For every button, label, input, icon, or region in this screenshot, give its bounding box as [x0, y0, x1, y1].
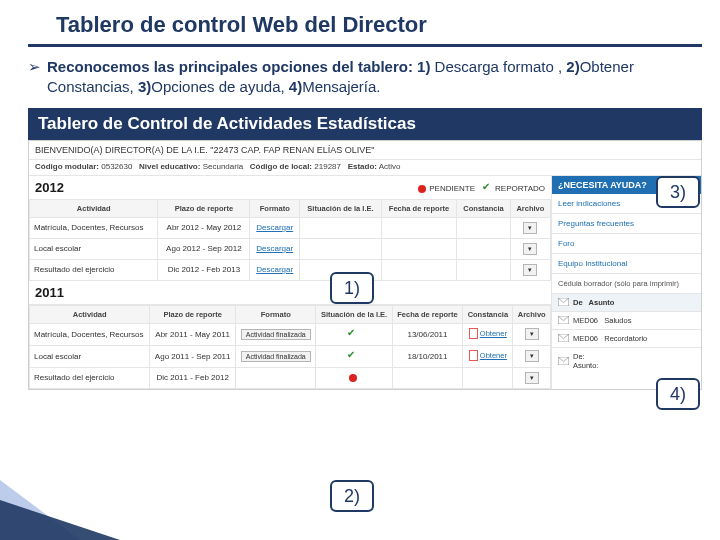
- help-item[interactable]: Equipo Institucional: [552, 254, 701, 274]
- download-link[interactable]: Descargar: [256, 265, 293, 274]
- table-row: Matrícula, Docentes, Recursos Abr 2011 -…: [30, 323, 551, 345]
- b1t: Descarga formato ,: [430, 58, 566, 75]
- panel-title: Tablero de Control de Actividades Estadí…: [28, 108, 702, 140]
- table-row: Resultado del ejercicio Dic 2012 - Feb 2…: [30, 259, 551, 280]
- msg-hdr-as: Asunto: [589, 298, 615, 307]
- meta-cod-val: 0532630: [101, 162, 132, 171]
- msg-as: Saludos: [604, 316, 631, 325]
- th-fecha: Fecha de reporte: [392, 305, 463, 323]
- th-plazo: Plazo de reporte: [158, 199, 250, 217]
- th-actividad: Actividad: [30, 305, 150, 323]
- callout-3: 3): [656, 176, 700, 208]
- archive-icon[interactable]: ▾: [523, 264, 537, 276]
- msg-de: MED06: [573, 334, 598, 343]
- cell-plazo: Ago 2011 - Sep 2011: [150, 345, 236, 367]
- meta-niv-lbl: Nivel educativo:: [139, 162, 200, 171]
- left-column: 2012 PENDIENTE REPORTADO Actividad Plazo…: [29, 176, 551, 389]
- table-row: Matrícula, Docentes, Recursos Abr 2012 -…: [30, 217, 551, 238]
- th-constancia: Constancia: [457, 199, 511, 217]
- constancia-text: Obtener: [480, 329, 507, 338]
- constancia-link[interactable]: Obtener: [469, 328, 507, 339]
- table-row: Resultado del ejercicio Dic 2011 - Feb 2…: [30, 367, 551, 388]
- archive-icon[interactable]: ▾: [523, 222, 537, 234]
- envelope-icon: [558, 298, 569, 306]
- download-link[interactable]: Descargar: [256, 244, 293, 253]
- envelope-icon: [558, 334, 569, 342]
- b3t: Opciones de ayuda,: [151, 78, 289, 95]
- cell-plazo: Dic 2012 - Feb 2013: [158, 259, 250, 280]
- cell-act: Matrícula, Docentes, Recursos: [30, 323, 150, 345]
- year-2012: 2012: [29, 176, 70, 199]
- b4n: 4): [289, 78, 302, 95]
- th-constancia: Constancia: [463, 305, 513, 323]
- compose-row[interactable]: De:Asunto:: [552, 347, 701, 374]
- envelope-icon: [558, 357, 569, 365]
- b4t: Mensajería.: [302, 78, 380, 95]
- meta-est-val: Activo: [379, 162, 401, 171]
- arrow-icon: ➢: [28, 57, 41, 77]
- messages-header: De Asunto: [552, 293, 701, 311]
- decor-triangle-icon: [0, 500, 120, 540]
- bullet-lead: Reconocemos las principales opciones del…: [47, 58, 417, 75]
- year-2011: 2011: [29, 281, 551, 305]
- table-2012: Actividad Plazo de reporte Formato Situa…: [29, 199, 551, 281]
- constancia-link[interactable]: Obtener: [469, 350, 507, 361]
- svg-rect-1: [470, 329, 478, 338]
- th-formato: Formato: [250, 199, 300, 217]
- message-row[interactable]: MED06 Saludos: [552, 311, 701, 329]
- cell-fecha: 18/10/2011: [392, 345, 463, 367]
- archive-icon[interactable]: ▾: [523, 243, 537, 255]
- callout-2: 2): [330, 480, 374, 512]
- help-item[interactable]: Foro: [552, 234, 701, 254]
- compose-de: De:: [573, 352, 585, 361]
- th-archivo: Archivo: [510, 199, 550, 217]
- svg-rect-3: [470, 351, 478, 360]
- msg-hdr-de: De: [573, 298, 583, 307]
- cell-plazo: Abr 2012 - May 2012: [158, 217, 250, 238]
- cell-act: Local escolar: [30, 238, 158, 259]
- welcome-text: BIENVENIDO(A) DIRECTOR(A) DE LA I.E. "22…: [29, 141, 701, 160]
- status-finished: Actividad finalizada: [241, 329, 311, 340]
- cell-plazo: Ago 2012 - Sep 2012: [158, 238, 250, 259]
- download-link[interactable]: Descargar: [256, 223, 293, 232]
- cell-act: Resultado del ejercicio: [30, 367, 150, 388]
- legend-rep: REPORTADO: [495, 184, 545, 193]
- bullet-line: ➢ Reconocemos las principales opciones d…: [0, 47, 720, 98]
- callout-1: 1): [330, 272, 374, 304]
- meta-row: Código modular: 0532630 Nivel educativo:…: [29, 160, 701, 176]
- callout-4: 4): [656, 378, 700, 410]
- pending-dot-icon: [349, 374, 357, 382]
- b2n: 2): [566, 58, 579, 75]
- archive-icon[interactable]: ▾: [525, 350, 539, 362]
- th-fecha: Fecha de reporte: [381, 199, 456, 217]
- message-row[interactable]: MED06 Recordatorio: [552, 329, 701, 347]
- meta-cod-lbl: Código modular:: [35, 162, 99, 171]
- cell-act: Matrícula, Docentes, Recursos: [30, 217, 158, 238]
- help-item[interactable]: Preguntas frecuentes: [552, 214, 701, 234]
- check-icon: [348, 330, 357, 339]
- b1n: 1): [417, 58, 430, 75]
- cell-plazo: Abr 2011 - May 2011: [150, 323, 236, 345]
- msg-de: MED06: [573, 316, 598, 325]
- slide-title: Tablero de control Web del Director: [0, 0, 720, 44]
- cell-fecha: 13/06/2011: [392, 323, 463, 345]
- constancia-text: Obtener: [480, 351, 507, 360]
- archive-icon[interactable]: ▾: [525, 328, 539, 340]
- cell-act: Local escolar: [30, 345, 150, 367]
- archive-icon[interactable]: ▾: [525, 372, 539, 384]
- th-plazo: Plazo de reporte: [150, 305, 236, 323]
- th-archivo: Archivo: [513, 305, 551, 323]
- reported-check-icon: [483, 184, 492, 193]
- cell-act: Resultado del ejercicio: [30, 259, 158, 280]
- table-header-row: Actividad Plazo de reporte Formato Situa…: [30, 305, 551, 323]
- table-2011: Actividad Plazo de reporte Formato Situa…: [29, 305, 551, 389]
- th-actividad: Actividad: [30, 199, 158, 217]
- meta-loc-lbl: Código de local:: [250, 162, 312, 171]
- compose-as: Asunto:: [573, 361, 598, 370]
- meta-niv-val: Secundaria: [203, 162, 243, 171]
- th-situacion: Situación de la I.E.: [316, 305, 392, 323]
- dashboard-body: BIENVENIDO(A) DIRECTOR(A) DE LA I.E. "22…: [28, 140, 702, 390]
- check-icon: [348, 352, 357, 361]
- b3n: 3): [138, 78, 151, 95]
- table-row: Local escolar Ago 2012 - Sep 2012 Descar…: [30, 238, 551, 259]
